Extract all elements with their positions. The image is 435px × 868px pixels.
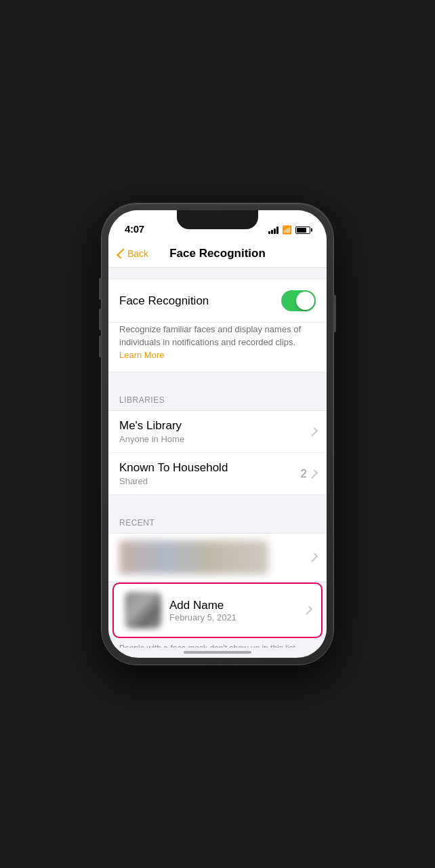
face-recognition-row: Face Recognition [119,290,316,311]
add-name-highlighted-container: Add Name February 5, 2021 [112,583,323,638]
status-icons: 📶 [268,225,310,235]
known-household-count: 2 [301,467,307,481]
chevron-right-icon-2 [309,469,318,478]
face-recognition-card: Face Recognition [108,279,327,323]
phone-screen: 4:07 📶 Back Face Recognition [108,210,327,658]
known-household-item[interactable]: Known To Household Shared 2 [108,453,327,494]
back-label: Back [127,248,148,259]
blurred-avatar [119,540,268,574]
libraries-list: Me's Library Anyone in Home Known To Hou… [108,410,327,495]
battery-icon [295,226,310,234]
spacer-top [108,268,327,279]
status-time: 4:07 [125,223,144,235]
chevron-right-icon-3 [309,553,318,562]
recent-list [108,533,327,583]
known-household-subtitle: Shared [119,476,228,486]
face-recognition-label: Face Recognition [119,294,209,308]
footer-note: People with a face mask don't show up in… [108,638,327,648]
blurred-item-right [311,553,316,561]
spacer-libraries [108,372,327,383]
mes-library-left: Me's Library Anyone in Home [119,419,184,444]
page-title: Face Recognition [169,247,266,260]
learn-more-link[interactable]: Learn More [119,350,164,360]
status-bar: 4:07 📶 [108,210,327,240]
nav-bar: Back Face Recognition [108,240,327,268]
toggle-knob [296,292,314,310]
recent-item-blurred[interactable] [108,534,327,582]
mes-library-right [311,428,316,436]
chevron-left-icon [117,248,127,259]
face-recognition-description: Recognize familiar faces and display nam… [119,324,301,347]
face-recognition-toggle[interactable] [281,290,316,311]
known-household-right: 2 [301,467,316,481]
content-area: Face Recognition Recognize familiar face… [108,268,327,648]
mes-library-subtitle: Anyone in Home [119,434,184,444]
known-household-left: Known To Household Shared [119,461,228,486]
mes-library-title: Me's Library [119,419,184,433]
description-section: Recognize familiar faces and display nam… [108,323,327,372]
back-button[interactable]: Back [119,248,148,259]
wifi-icon: 📶 [282,225,292,235]
add-name-item[interactable]: Add Name February 5, 2021 [114,584,321,637]
section-header-libraries: LIBRARIES [108,383,327,410]
spacer-recent [108,495,327,506]
mes-library-item[interactable]: Me's Library Anyone in Home [108,411,327,453]
known-household-title: Known To Household [119,461,228,475]
section-header-recent: RECENT [108,506,327,533]
add-name-right [306,606,310,614]
signal-bars-icon [268,226,278,234]
battery-fill [297,228,306,233]
add-name-date: February 5, 2021 [169,612,306,623]
phone-frame: 4:07 📶 Back Face Recognition [102,203,333,665]
add-name-title: Add Name [169,599,306,612]
add-name-content: Add Name February 5, 2021 [169,599,306,623]
chevron-right-icon [309,427,318,436]
add-name-avatar [125,592,161,629]
home-indicator [184,651,251,654]
notch [177,210,258,229]
